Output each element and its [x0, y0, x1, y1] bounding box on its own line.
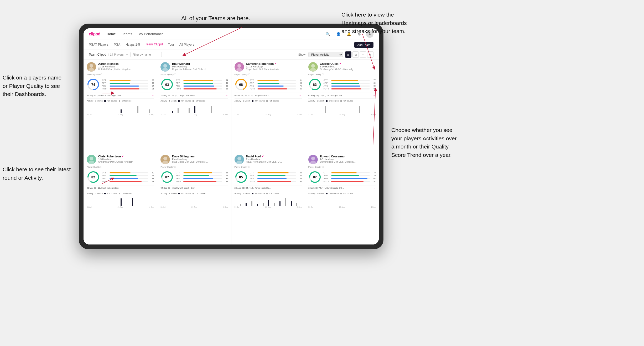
search-input[interactable] [130, 52, 162, 57]
stat-row: PUTT 94 [176, 180, 228, 183]
player-name[interactable]: Charlie Quick✔ [320, 62, 376, 65]
off-course-legend [266, 193, 268, 194]
stat-bar-bg [257, 178, 296, 179]
stats-grid: OTT 61 APP 63 [250, 79, 302, 90]
player-handicap: Plus Handicap [172, 158, 228, 161]
stat-bar-bg [110, 86, 148, 87]
tab-all-players[interactable]: All Players [179, 43, 194, 47]
latest-round[interactable]: 02 Jul 23 | 59 (+17), Craigmillar Park G… [235, 93, 302, 97]
player-card[interactable]: Dave Billingham Plus Handicap Stag Maing… [157, 152, 231, 244]
quality-section[interactable]: 87 OTT 73 APP [308, 171, 376, 184]
player-header: Aaron Nicholls 11-15 Handicap Drift Golf… [87, 62, 154, 72]
player-avatar [87, 62, 96, 72]
player-avatar [235, 62, 244, 72]
quality-section[interactable]: 87 OTT 82 APP [160, 171, 228, 184]
team-bar: Team Clippd | 14 Players ✏ Show: Player … [84, 50, 379, 60]
tab-team-clippd[interactable]: Team Clippd [145, 42, 163, 47]
chart-bar-group [240, 204, 245, 206]
player-card[interactable]: Chris Robertson✔ 1-5 Handicap Craigmilla… [84, 152, 157, 244]
player-card[interactable]: Aaron Nicholls 11-15 Handicap Drift Golf… [84, 60, 157, 152]
activity-chart [87, 103, 154, 114]
quality-score: 82 [91, 175, 95, 179]
activity-header: Activity · 1 Month On course Off course [308, 100, 376, 102]
nav-performance[interactable]: My Performance [138, 32, 163, 36]
svg-point-1 [90, 64, 93, 68]
chart-date: 4 Sep [371, 206, 376, 208]
quality-section[interactable]: 74 OTT 60 APP [87, 78, 154, 91]
filter-icon[interactable]: ♦ [360, 51, 366, 58]
quality-section[interactable]: 82 OTT 60 APP [87, 171, 154, 184]
latest-round[interactable]: 04 Sep 23 | Mobility with coach, Gym → [160, 185, 228, 189]
quality-ring: 74 [87, 78, 100, 91]
search-icon[interactable]: 🔍 [324, 30, 331, 38]
add-team-button[interactable]: Add Team [354, 42, 373, 48]
grid-view-icon[interactable]: ⊞ [345, 51, 351, 58]
player-name[interactable]: David Ford✔ [246, 155, 302, 158]
tab-pgat[interactable]: PGAT Players [89, 43, 108, 47]
player-card[interactable]: Blair McHarg Plus Handicap Royal North D… [157, 60, 231, 152]
activity-label: Activity · 1 Month [160, 192, 176, 195]
player-header: Edward Crossman 1-5 Handicap Sunningdale… [308, 155, 376, 164]
player-card[interactable]: Charlie Quick✔ 6-10 Handicap St. George'… [305, 60, 379, 152]
player-name[interactable]: Aaron Nicholls [98, 62, 154, 65]
stat-bar [110, 86, 139, 87]
stat-bar-bg [331, 175, 370, 176]
profile-icon[interactable]: 👤 [335, 30, 342, 38]
team-count: | 14 Players [108, 53, 124, 56]
latest-round[interactable]: 26 Aug 23 | 73 (+1), Royal North Devon G… [160, 93, 228, 97]
off-course-legend [340, 100, 342, 102]
chart-bar-group [194, 106, 200, 113]
edit-icon[interactable]: ✏ [126, 53, 128, 56]
latest-round-text: 26 Aug 23 | 73 (+1), Royal North Devon G… [160, 94, 197, 97]
tab-hcaps[interactable]: Hcaps 1-5 [126, 43, 140, 47]
off-course-legend [193, 100, 194, 102]
player-name[interactable]: Edward Crossman [320, 155, 376, 158]
on-course-legend [252, 100, 253, 102]
quality-score: 83 [313, 83, 317, 87]
nav-teams[interactable]: Teams [122, 32, 132, 36]
quality-section[interactable]: 93 OTT 84 APP [160, 78, 228, 91]
quality-section[interactable]: 68 OTT 61 APP [235, 78, 302, 91]
chart-date: 31 Jul [160, 114, 165, 115]
logo[interactable]: clippd [89, 32, 100, 36]
activity-header: Activity · 1 Month On course Off course [235, 192, 302, 195]
player-name[interactable]: Cameron Robertson✔ [246, 62, 302, 65]
activities-annotation: Choose whether you seeyour players Activ… [391, 126, 457, 159]
stat-bar-bg [183, 175, 222, 176]
stat-row: PUTT 85 [102, 88, 154, 90]
stat-bar [110, 175, 137, 176]
stat-bar-bg [183, 181, 222, 182]
player-card[interactable]: Edward Crossman 1-5 Handicap Sunningdale… [305, 152, 379, 244]
latest-round[interactable]: 02 Sep 23 | Sunset round to get back int… [87, 93, 154, 97]
tab-pga[interactable]: PGA [114, 43, 120, 47]
player-handicap: Plus Handicap [246, 158, 302, 161]
latest-round[interactable]: 03 Mar 23 | 19, Must make putting → [87, 185, 154, 189]
quality-section[interactable]: 83 OTT 77 APP [308, 78, 376, 91]
latest-round[interactable]: 07 Aug 23 | 77 (+7), St George's Hill GC… [308, 93, 376, 97]
activity-section: Activity · 1 Month On course Off course [160, 191, 228, 208]
stat-label: ARG [250, 85, 256, 87]
player-name[interactable]: Dave Billingham [172, 155, 228, 158]
chart-date: 21 Aug [191, 206, 197, 208]
player-name[interactable]: Chris Robertson✔ [98, 155, 154, 158]
stat-label: ARG [176, 85, 182, 87]
latest-round[interactable]: 26 Aug 23 | 84 (+12), Royal North Devon … [235, 185, 302, 189]
quality-section[interactable]: 85 OTT 89 APP [235, 171, 302, 184]
latest-round[interactable]: 18 Jul 23 | 74 (+4), Sunningdale GC - Ol… [308, 185, 376, 189]
sort-icon[interactable]: ↕ [367, 51, 373, 58]
player-card[interactable]: Cameron Robertson✔ 11-15 Handicap Royal … [231, 60, 305, 152]
nav-home[interactable]: Home [107, 32, 116, 36]
stat-value: 83 [371, 85, 376, 87]
player-name[interactable]: Blair McHarg [172, 62, 228, 65]
tab-tour[interactable]: Tour [168, 43, 174, 47]
player-avatar [160, 62, 170, 72]
stat-row: ARG 85 [176, 177, 228, 180]
show-select[interactable]: Player Activity Quality Score Trend [308, 52, 343, 57]
stat-bar [331, 172, 357, 173]
player-info: Dave Billingham Plus Handicap Stag Maing… [172, 155, 228, 163]
stat-row: OTT 77 [324, 79, 376, 81]
list-view-icon[interactable]: ⊟ [352, 51, 359, 58]
stat-label: PUTT [176, 180, 182, 183]
player-avatar [235, 155, 244, 164]
player-card[interactable]: David Ford✔ Plus Handicap Royal North De… [231, 152, 305, 244]
